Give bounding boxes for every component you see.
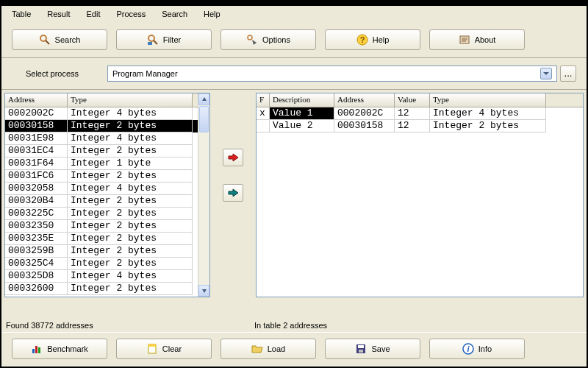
col-header-address[interactable]: Address: [5, 93, 68, 107]
about-button[interactable]: About: [429, 29, 525, 50]
table-row[interactable]: 0003235EInteger 2 bytes: [5, 233, 198, 245]
cell-desc: Value 1: [270, 107, 334, 120]
clear-button[interactable]: Clear: [116, 339, 212, 359]
info-icon: i: [462, 343, 474, 355]
save-button-label: Save: [371, 344, 390, 353]
clear-button-label: Clear: [162, 344, 182, 353]
table-panel: F Description Address Value Type xValue …: [256, 93, 584, 316]
table-row[interactable]: 0003259BInteger 2 bytes: [5, 245, 198, 258]
table-row[interactable]: 00031EC4Integer 2 bytes: [5, 145, 198, 158]
cell-type: Integer 2 bytes: [68, 258, 193, 270]
cell-type: Integer 2 bytes: [68, 120, 193, 132]
svg-rect-20: [38, 347, 40, 353]
table-row[interactable]: Value 20003015812Integer 2 bytes: [257, 120, 583, 132]
col-header-addr[interactable]: Address: [334, 93, 395, 107]
load-button[interactable]: Load: [220, 339, 316, 359]
svg-line-1: [46, 40, 49, 44]
scroll-down-icon[interactable]: [198, 285, 209, 297]
filter-button-label: Filter: [163, 35, 181, 44]
cell-address: 00031F64: [5, 158, 68, 170]
add-to-table-button[interactable]: [223, 149, 243, 166]
cell-type: Integer 4 bytes: [68, 132, 193, 145]
cell-address: 00031EC4: [5, 145, 68, 158]
options-icon: [246, 34, 258, 46]
menu-search[interactable]: Search: [154, 7, 195, 21]
benchmark-button-label: Benchmark: [47, 344, 88, 353]
col-header-desc[interactable]: Description: [270, 93, 334, 107]
benchmark-button[interactable]: Benchmark: [12, 339, 107, 359]
folder-open-icon: [251, 343, 263, 355]
table-row[interactable]: 00032058Integer 4 bytes: [5, 183, 198, 195]
svg-point-2: [148, 35, 154, 41]
bottom-toolbar: Benchmark Clear Load Save i Info: [1, 332, 587, 367]
results-scrollbar[interactable]: [198, 93, 209, 297]
filter-button[interactable]: Filter: [116, 29, 212, 50]
cell-type: Integer 2 bytes: [68, 208, 193, 220]
menu-table[interactable]: Table: [4, 7, 38, 21]
help-button[interactable]: ? Help: [325, 29, 420, 50]
scroll-up-icon[interactable]: [198, 93, 209, 105]
cell-type: Integer 4 bytes: [68, 270, 193, 283]
table-row[interactable]: 00032350Integer 2 bytes: [5, 220, 198, 233]
menu-help[interactable]: Help: [196, 7, 228, 21]
col-header-type[interactable]: Type: [68, 93, 193, 107]
table-row[interactable]: 000325D8Integer 4 bytes: [5, 270, 198, 283]
scroll-thumb[interactable]: [199, 106, 209, 132]
table-row[interactable]: 0003225CInteger 2 bytes: [5, 208, 198, 220]
status-bar: Found 38772 addresses In table 2 address…: [1, 319, 587, 332]
table-row[interactable]: 00032600Integer 2 bytes: [5, 283, 198, 295]
svg-rect-22: [148, 344, 156, 347]
table-row[interactable]: 00030158Integer 2 bytes: [5, 120, 198, 132]
col-header-type[interactable]: Type: [430, 93, 546, 107]
cell-type: Integer 2 bytes: [68, 170, 193, 183]
cell-address: 00032600: [5, 283, 68, 295]
svg-marker-17: [229, 189, 238, 197]
cell-address: 00032350: [5, 220, 68, 233]
svg-line-3: [154, 40, 157, 44]
table-row[interactable]: 000320B4Integer 2 bytes: [5, 195, 198, 208]
process-select[interactable]: Program Manager: [107, 66, 557, 82]
status-table: In table 2 addresses: [254, 321, 327, 330]
cell-f: x: [257, 107, 270, 120]
process-browse-button[interactable]: ...: [560, 66, 576, 82]
results-grid[interactable]: Address Type 0002002CInteger 4 bytes0003…: [5, 93, 198, 297]
table-row[interactable]: 00031FC6Integer 2 bytes: [5, 170, 198, 183]
table-row[interactable]: 00031E98Integer 4 bytes: [5, 132, 198, 145]
search-button[interactable]: Search: [12, 29, 107, 50]
help-button-label: Help: [373, 35, 390, 44]
table-row[interactable]: 00031F64Integer 1 byte: [5, 158, 198, 170]
col-header-f[interactable]: F: [257, 93, 270, 107]
cell-value: 12: [395, 107, 430, 120]
cell-address: 000320B4: [5, 195, 68, 208]
cell-value: 12: [395, 120, 430, 132]
table-row[interactable]: 000325C4Integer 2 bytes: [5, 258, 198, 270]
toolbar: Search Filter Options ? Help About: [1, 22, 587, 58]
cell-type: Integer 2 bytes: [68, 195, 193, 208]
cell-address: 0002002C: [5, 107, 68, 120]
chevron-down-icon[interactable]: [540, 68, 552, 79]
save-button[interactable]: Save: [325, 339, 420, 359]
table-row[interactable]: xValue 10002002C12Integer 4 bytes: [257, 107, 583, 120]
menu-result[interactable]: Result: [40, 7, 77, 21]
table-grid[interactable]: F Description Address Value Type xValue …: [257, 93, 583, 297]
cell-address: 0003225C: [5, 208, 68, 220]
cell-type: Integer 4 bytes: [68, 183, 193, 195]
table-row[interactable]: 0002002CInteger 4 bytes: [5, 107, 198, 120]
svg-rect-18: [32, 349, 35, 353]
floppy-icon: [355, 343, 367, 355]
menu-edit[interactable]: Edit: [79, 7, 107, 21]
menu-bar: Table Result Edit Process Search Help: [1, 6, 587, 22]
menu-process[interactable]: Process: [109, 7, 153, 21]
info-button[interactable]: i Info: [429, 339, 525, 359]
svg-text:?: ?: [359, 35, 365, 44]
search-icon: [39, 34, 51, 46]
cell-type: Integer 2 bytes: [68, 283, 193, 295]
about-icon: [459, 34, 470, 46]
svg-marker-15: [202, 289, 207, 293]
results-panel: Address Type 0002002CInteger 4 bytes0003…: [4, 93, 210, 316]
svg-marker-14: [202, 97, 207, 101]
status-found: Found 38772 addresses: [6, 321, 254, 330]
add-all-button[interactable]: [223, 184, 243, 202]
col-header-value[interactable]: Value: [395, 93, 430, 107]
options-button[interactable]: Options: [220, 29, 316, 50]
